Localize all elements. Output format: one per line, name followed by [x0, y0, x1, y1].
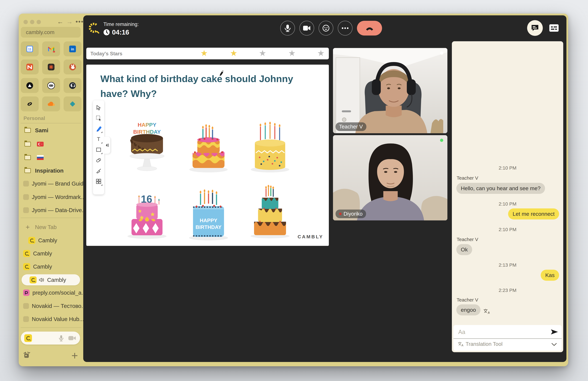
participant-name-label: Teacher V	[336, 122, 366, 131]
reactions-button[interactable]	[319, 21, 333, 36]
forward-icon[interactable]: →	[66, 18, 73, 25]
tab-cambly-2[interactable]: Cambly	[19, 248, 83, 259]
star-icon[interactable]: ★	[317, 49, 325, 57]
window-minimize-button[interactable]	[30, 20, 34, 24]
pinned-app-teal-diamond[interactable]	[63, 96, 82, 111]
select-tool[interactable]	[94, 113, 103, 123]
grid-tool[interactable]	[94, 176, 103, 187]
favicon-placeholder	[23, 303, 29, 309]
clock-icon	[103, 29, 110, 36]
chat-toggle-button[interactable]	[527, 20, 543, 36]
chat-message-sent[interactable]: Kas	[541, 270, 559, 281]
sidebar-item-jyomi-brand[interactable]: Jyomi — Brand Guid...	[19, 179, 83, 189]
sidebar-item-jyomi-data[interactable]: Jyomi — Data-Drive...	[19, 205, 83, 215]
star-icon[interactable]: ★	[230, 49, 237, 57]
pinned-app-vercel[interactable]	[21, 78, 39, 93]
gmail-notification-dot	[53, 51, 55, 52]
chat-message-sent[interactable]: Let me reconnect	[508, 208, 559, 220]
cursor-tool[interactable]	[94, 102, 103, 113]
translate-message-icon[interactable]: A	[483, 308, 490, 314]
camera-button[interactable]	[299, 21, 314, 36]
time-remaining-row: 04:16	[103, 28, 129, 36]
folder-icon	[24, 168, 31, 173]
tab-novakid-1[interactable]: Novakid — Тестово...	[19, 301, 83, 311]
svg-text:T: T	[97, 136, 100, 142]
more-options-button[interactable]	[338, 21, 353, 36]
pinned-app-github[interactable]	[63, 78, 82, 93]
student-video-feed	[333, 135, 447, 220]
captions-toggle-button[interactable]	[549, 24, 559, 32]
russian-flag-icon	[37, 155, 44, 160]
star-icon[interactable]: ★	[259, 49, 266, 57]
star-icon[interactable]: ★	[288, 49, 296, 57]
pinned-app-polywork[interactable]	[42, 60, 60, 74]
tab-cambly-3[interactable]: Cambly	[19, 262, 83, 272]
cake-yellow-sprinkle	[245, 119, 295, 173]
cambly-classroom: Time remaining: 04:16	[83, 15, 567, 362]
time-remaining-value: 04:16	[112, 28, 129, 36]
tab-preply[interactable]: preply.com/social_a...	[19, 288, 83, 298]
tab-label: Novakid — Тестово...	[32, 303, 86, 309]
linkedin-icon: in	[69, 45, 76, 52]
pinned-app-train-logo[interactable]	[42, 78, 60, 93]
video-tile-student[interactable]: Diyoriko	[333, 135, 447, 220]
favicon-placeholder	[23, 194, 29, 200]
library-icon	[23, 351, 30, 359]
address-bar[interactable]: cambly.com	[21, 27, 81, 38]
new-tab-plus-button[interactable]: +	[71, 349, 78, 362]
back-icon[interactable]: ←	[57, 18, 63, 25]
clear-all-tool[interactable]	[94, 166, 103, 176]
tab-cambly-1[interactable]: Cambly	[19, 235, 83, 246]
chat-message-received[interactable]: engoo	[456, 304, 481, 315]
window-close-button[interactable]	[23, 20, 28, 24]
more-menu-icon[interactable]: •••	[76, 18, 84, 25]
pinned-app-linkedin[interactable]: in	[63, 42, 82, 56]
library-button[interactable]	[23, 351, 30, 359]
video-tile-teacher[interactable]: Teacher V	[333, 48, 447, 133]
sidebar-folder-inspiration[interactable]: Inspiration	[19, 166, 83, 176]
sidebar-item-jyomi-wordmark[interactable]: Jyomi — Wordmark...	[19, 192, 83, 202]
pinned-app-google-calendar[interactable]: 11	[21, 42, 39, 56]
namecheap-icon	[26, 64, 33, 70]
pinned-app-squarespace[interactable]	[21, 96, 39, 111]
divider	[21, 327, 81, 328]
chat-message-received[interactable]: Hello, can you hear and see me?	[456, 183, 545, 194]
preply-icon	[23, 290, 30, 296]
chevron-down-icon[interactable]	[551, 343, 557, 346]
pinned-app-gmail[interactable]	[42, 42, 60, 56]
sidebar-folder-sami[interactable]: Sami	[19, 125, 83, 135]
chat-sender: Teacher V	[457, 237, 478, 242]
pen-tool[interactable]	[94, 123, 103, 134]
item-label: Jyomi — Data-Drive...	[32, 207, 86, 213]
tab-cambly-active[interactable]: Cambly	[21, 274, 80, 285]
folder-icon	[24, 155, 31, 160]
chat-bubble-icon	[531, 24, 539, 32]
pinned-app-namecheap[interactable]	[21, 60, 39, 74]
send-icon[interactable]	[551, 328, 558, 336]
tab-novakid-2[interactable]: Novakid Value Hub...	[19, 314, 83, 324]
eraser-tool[interactable]	[94, 155, 103, 166]
translation-tool-toggle[interactable]: A Translation Tool	[458, 341, 503, 347]
favicon-placeholder	[23, 316, 29, 322]
rabbit-icon	[69, 64, 76, 70]
chat-sender: Teacher V	[457, 175, 478, 181]
media-tab-pill[interactable]	[21, 332, 80, 344]
star-icon[interactable]: ★	[200, 49, 208, 57]
new-tab-button[interactable]: + New Tab	[19, 222, 83, 232]
github-icon	[69, 82, 76, 89]
toolbar-collapse-handle[interactable]	[104, 137, 110, 154]
tab-label: preply.com/social_a...	[32, 290, 86, 296]
sidebar-folder-russian[interactable]	[19, 153, 83, 163]
gmail-icon	[47, 45, 55, 52]
mic-button[interactable]	[280, 21, 295, 36]
text-tool[interactable]: T	[94, 134, 103, 144]
chat-input-card: A Translation Tool	[453, 325, 562, 351]
pinned-app-rabbit[interactable]	[63, 60, 82, 74]
chat-input[interactable]	[458, 329, 541, 336]
pinned-app-cloudflare[interactable]	[42, 96, 60, 111]
sidebar-folder-turkish[interactable]	[19, 139, 83, 149]
hang-up-button[interactable]	[357, 21, 382, 36]
window-zoom-button[interactable]	[37, 20, 41, 24]
chat-message-received[interactable]: Ok	[456, 244, 472, 255]
shape-tool[interactable]	[94, 144, 103, 155]
